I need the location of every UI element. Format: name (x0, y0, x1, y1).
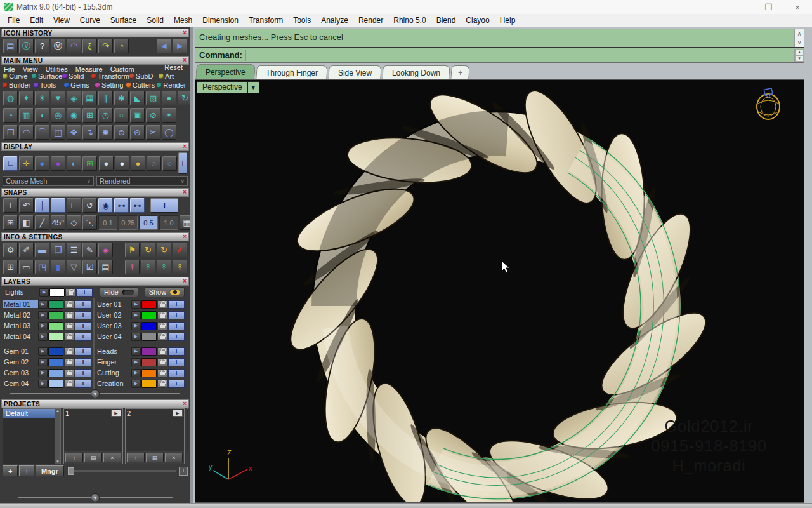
layer-visibility-button[interactable]: I (168, 369, 185, 377)
hide-toggle[interactable]: Hide (100, 287, 138, 297)
bounding-box-icon[interactable]: ◳ (35, 260, 49, 274)
layer-visibility-button[interactable]: I (75, 380, 91, 388)
snap-center-icon[interactable]: ∟ (67, 198, 81, 213)
notes-icon[interactable]: ✎ (82, 243, 97, 257)
snaps-header[interactable]: SNAPS × (1, 188, 189, 197)
close-icon[interactable]: × (183, 401, 187, 407)
arc-icon[interactable]: ◠ (19, 125, 34, 140)
layer-lock-button[interactable] (64, 358, 74, 366)
select-check-icon[interactable]: ☑ (82, 260, 97, 274)
scroll-up-icon[interactable]: ∧ (797, 30, 802, 37)
layer-visibility-button[interactable]: I (75, 358, 91, 366)
layer-lock-button[interactable] (157, 322, 167, 330)
menu-item-solid[interactable]: Solid (141, 15, 169, 26)
layer-color-swatch[interactable] (141, 380, 157, 388)
layer-expand-button[interactable]: ▶ (131, 369, 141, 377)
snap-end-icon[interactable]: ⊥ (3, 198, 18, 213)
alert-bell-icon[interactable]: ⚑ (125, 243, 140, 257)
pipe-arc-icon[interactable]: ◠ (67, 39, 81, 53)
loop-delete-icon[interactable]: ✗ (173, 243, 187, 257)
layer-lock-button[interactable] (157, 380, 167, 388)
layer-color-swatch[interactable] (141, 311, 157, 319)
layer-visibility-button[interactable]: I (75, 311, 91, 319)
layer-expand-button[interactable]: ▶ (131, 347, 141, 356)
spotlight-icon[interactable]: ✦ (19, 91, 34, 105)
explode-icon[interactable]: ✸ (98, 125, 113, 140)
close-icon[interactable]: × (183, 30, 187, 36)
layer-lock-button[interactable] (157, 333, 167, 341)
slot-load-button[interactable]: ↑ (65, 453, 83, 462)
loop-play-icon[interactable]: ↻ (141, 243, 155, 257)
project-slot-2[interactable]: 2▶↑▤× (125, 408, 185, 464)
layer-row-user-03[interactable]: User 03▶I (96, 321, 187, 331)
layer-row-gem-02[interactable]: Gem 02▶I (3, 357, 93, 367)
close-icon[interactable]: × (183, 234, 187, 240)
layer-lock-button[interactable] (157, 369, 167, 377)
cat-subd[interactable]: SubD (129, 72, 159, 80)
layer-row-gem-03[interactable]: Gem 03▶I (3, 368, 93, 378)
layer-row-gem-04[interactable]: Gem 04▶I (3, 378, 93, 389)
close-button[interactable]: × (783, 0, 812, 14)
shaded-sphere-icon[interactable]: ● (35, 156, 49, 171)
close-icon[interactable]: × (183, 144, 187, 150)
ring-icon[interactable]: ○ (114, 108, 129, 123)
layer-visibility-button[interactable]: I (168, 358, 185, 366)
angle-45-icon[interactable]: 45° (51, 215, 65, 230)
project-slot-3[interactable]: 3▶↑▤× (187, 408, 188, 464)
logo-ring-icon[interactable]: ◉ (67, 108, 81, 123)
projects-plus-button[interactable]: + (179, 467, 188, 476)
menu-item-dimension[interactable]: Dimension (197, 15, 244, 26)
vgem-icon[interactable]: ◍ (3, 91, 18, 105)
radius-circle-icon[interactable]: ◔ (114, 39, 129, 53)
grid-settings-icon[interactable]: ▦ (180, 215, 190, 230)
layer-row-user-04[interactable]: User 04▶I (96, 331, 187, 342)
menu-item-view[interactable]: View (48, 15, 75, 26)
cube-snap-icon[interactable]: ◧ (19, 215, 34, 230)
layer-color-swatch[interactable] (48, 311, 63, 319)
layer-color-swatch[interactable] (48, 380, 63, 388)
layer-row-metal-03[interactable]: Metal 03▶I (3, 321, 93, 331)
layer-color-swatch[interactable] (48, 300, 63, 309)
project-slot-1[interactable]: 1▶↑▤× (63, 408, 123, 464)
layers-scroll-slider[interactable]: ▼ (1, 389, 189, 398)
layer-row-heads[interactable]: Heads▶I (96, 346, 187, 356)
command-input[interactable] (245, 50, 794, 61)
layers-header[interactable]: LAYERS × (1, 277, 189, 286)
layer-color-swatch[interactable] (141, 333, 157, 341)
layer-row-metal-04[interactable]: Metal 04▶I (3, 331, 93, 342)
snap-tangent-icon[interactable]: ⊶ (114, 198, 129, 213)
layer-expand-button[interactable]: ▶ (38, 358, 48, 366)
layer-color-swatch[interactable] (48, 322, 63, 330)
cat-setting[interactable]: Setting (95, 81, 126, 89)
tab-add-button[interactable]: + (450, 65, 470, 79)
layer-color-swatch[interactable] (141, 358, 157, 366)
import-box-icon[interactable]: ▼ (51, 91, 65, 105)
planar-snap-icon[interactable]: ◇ (67, 215, 81, 230)
layer-lock-button[interactable] (64, 347, 74, 356)
slot-save-button[interactable]: ▤ (146, 453, 164, 462)
slot-delete-button[interactable]: × (103, 453, 121, 462)
slot-load-button[interactable]: ↑ (127, 453, 145, 462)
layer-lock-button[interactable] (64, 311, 74, 319)
project-add-button[interactable]: + (3, 465, 18, 476)
layer-visibility-button[interactable]: I (168, 311, 185, 319)
menu-item-edit[interactable]: Edit (25, 15, 48, 26)
rendered-sphere-icon[interactable]: ● (51, 156, 65, 171)
display-header[interactable]: DISPLAY × (1, 142, 189, 151)
project-up-button[interactable]: ↑ (19, 465, 34, 476)
command-history-scrollbar[interactable]: ∧ ∨ (794, 29, 804, 47)
layer-lock-button[interactable] (64, 380, 74, 388)
spin-up-icon[interactable]: ▴ (795, 49, 804, 55)
cat-curve[interactable]: Curve (3, 72, 32, 80)
restore-button[interactable]: ❐ (754, 0, 783, 14)
project-manager-button[interactable]: Mngr (36, 465, 64, 476)
link-icon[interactable]: ⊜ (114, 125, 129, 140)
globe-icon[interactable]: ◐ (67, 156, 81, 171)
film-icon[interactable]: ▥ (19, 108, 34, 123)
layer-expand-button[interactable]: ▶ (38, 369, 48, 377)
slot-menu-button[interactable]: ▶ (111, 410, 121, 417)
boxes-icon[interactable]: ❒ (51, 243, 65, 257)
cat-transform[interactable]: Transform (91, 72, 129, 80)
snap-mid-icon[interactable]: · (51, 198, 65, 213)
history-axes-4-icon[interactable]: ↟ (173, 260, 187, 274)
